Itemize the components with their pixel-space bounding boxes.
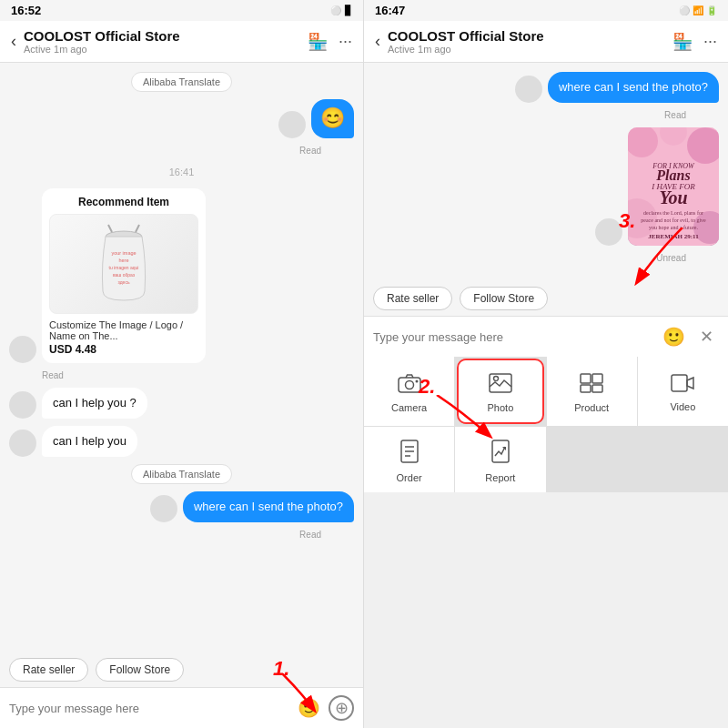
product-svg [580,373,603,393]
svg-text:your image: your image [111,250,136,256]
photo-svg [489,373,512,393]
right-user-avatar [515,76,542,103]
left-plus-button[interactable]: ⊕ [329,695,354,721]
more-options-icon[interactable]: ··· [339,32,352,52]
photo-label: Photo [488,402,514,413]
svg-point-23 [405,381,413,389]
store-avatar-3 [9,430,36,457]
store-avatar-2 [9,391,36,419]
right-signal-icon: ⚪ 📶 🔋 [679,5,717,15]
svg-rect-29 [581,385,591,392]
right-more-options-icon[interactable]: ··· [703,32,717,52]
right-emoji-button[interactable]: 🙂 [661,324,686,349]
bag-svg: your image here tu imagen aqui ваш образ… [92,223,156,305]
left-action-buttons: Rate seller Follow Store [0,652,363,687]
left-emoji-button[interactable]: 🙂 [296,695,321,721]
svg-point-26 [493,377,498,381]
right-send-photo-row: where can I send the photo? [373,72,719,103]
emoji-bubble: 😊 [311,99,354,138]
rate-seller-button-right[interactable]: Rate seller [373,287,452,310]
left-store-name: COOLOST Official Store [24,28,300,44]
right-status-bar: 16:47 ⚪ 📶 🔋 [364,0,728,21]
right-header-info: COOLOST Official Store Active 1m ago [388,28,665,55]
svg-point-24 [415,380,418,383]
svg-rect-36 [492,440,509,462]
svg-text:here: here [118,258,128,263]
read-label-2: Read [42,370,354,380]
help-message-row-2: can I help you [9,426,354,457]
send-photo-row: where can I send the photo? [9,491,354,522]
svg-text:JEREMIAH 29:11: JEREMIAH 29:11 [648,233,699,240]
order-label: Order [397,472,422,483]
user-avatar-2 [150,495,177,522]
photo-background-svg: FOR I KNOW Plans I HAVE FOR You declares… [628,127,719,246]
sent-photo-bubble: FOR I KNOW Plans I HAVE FOR You declares… [628,127,719,246]
right-active-status: Active 1m ago [388,44,665,55]
read-label-1: Read [9,146,321,156]
read-label-3: Read [9,530,321,540]
recommend-desc: Customize The Image / Logo / Name on The… [49,319,198,341]
report-grid-item[interactable]: Report [455,427,545,492]
right-user-avatar-2 [595,218,622,246]
media-grid: Camera Photo [364,357,728,492]
emoji-message-row: 😊 [9,99,354,138]
follow-store-button-left[interactable]: Follow Store [96,658,184,682]
left-time: 16:52 [11,4,41,17]
battery-icon: ▊ [345,5,352,15]
translate-button-2[interactable]: Alibaba Translate [131,464,232,484]
left-header-info: COOLOST Official Store Active 1m ago [24,28,300,55]
right-read-label: Read [373,110,686,120]
right-message-input[interactable] [373,330,653,344]
video-svg [671,374,694,392]
right-store-icon[interactable]: 🏪 [672,32,693,52]
sent-photo-row: FOR I KNOW Plans I HAVE FOR You declares… [373,127,719,246]
svg-line-1 [108,225,112,232]
video-grid-item[interactable]: Video [638,357,728,426]
left-status-bar: 16:52 ⚪ ▊ [0,0,363,21]
left-chat-header: ‹ COOLOST Official Store Active 1m ago 🏪… [0,21,363,63]
right-back-button[interactable]: ‹ [375,32,380,51]
svg-text:you hope and a future.: you hope and a future. [649,225,698,230]
svg-text:ваш образ: ваш образ [113,272,136,278]
left-status-icons: ⚪ ▊ [330,5,352,15]
translate-button-1[interactable]: Alibaba Translate [131,72,232,92]
recommend-image: your image here tu imagen aqui ваш образ… [49,214,198,314]
send-photo-bubble: where can I send the photo? [183,491,354,522]
svg-text:Plans: Plans [655,167,690,183]
left-input-bar: 🙂 ⊕ [0,687,363,728]
camera-grid-item[interactable]: Camera [364,357,454,426]
product-label: Product [574,402,609,413]
left-active-status: Active 1m ago [24,44,300,55]
unread-label: Unread [373,253,686,263]
left-message-input[interactable] [9,702,288,715]
product-grid-item[interactable]: Product [547,357,637,426]
right-chat-area: where can I send the photo? Read FOR I K… [364,63,728,281]
recommend-title: Recommend Item [49,196,198,208]
left-chat-area: Alibaba Translate 😊 Read 16:41 Recommend… [0,63,363,652]
left-back-button[interactable]: ‹ [11,32,16,51]
report-icon [490,440,511,469]
help-bubble-2: can I help you [42,426,137,457]
right-header-icons: 🏪 ··· [672,32,717,52]
report-label: Report [485,472,515,483]
order-grid-item[interactable]: Order [364,427,454,492]
store-icon[interactable]: 🏪 [308,32,328,52]
right-close-button[interactable]: ✕ [693,324,719,349]
rate-seller-button-left[interactable]: Rate seller [9,658,88,682]
svg-rect-27 [581,374,591,383]
right-panel: 16:47 ⚪ 📶 🔋 ‹ COOLOST Official Store Act… [364,0,728,728]
svg-rect-28 [592,374,602,383]
left-header-icons: 🏪 ··· [308,32,352,52]
order-svg [399,440,420,463]
svg-text:peace and not for evil, to giv: peace and not for evil, to give [641,217,706,223]
timestamp: 16:41 [9,167,354,177]
photo-grid-item[interactable]: Photo [457,359,543,424]
user-avatar-right [278,111,306,138]
right-chat-header: ‹ COOLOST Official Store Active 1m ago 🏪… [364,21,728,63]
svg-rect-22 [399,378,420,392]
help-bubble-1: can I help you ? [42,388,147,419]
order-icon [399,440,420,469]
recommend-card[interactable]: Recommend Item your image here tu imagen… [42,188,206,363]
follow-store-button-right[interactable]: Follow Store [460,287,548,310]
svg-text:tu imagen aqui: tu imagen aqui [109,265,139,270]
